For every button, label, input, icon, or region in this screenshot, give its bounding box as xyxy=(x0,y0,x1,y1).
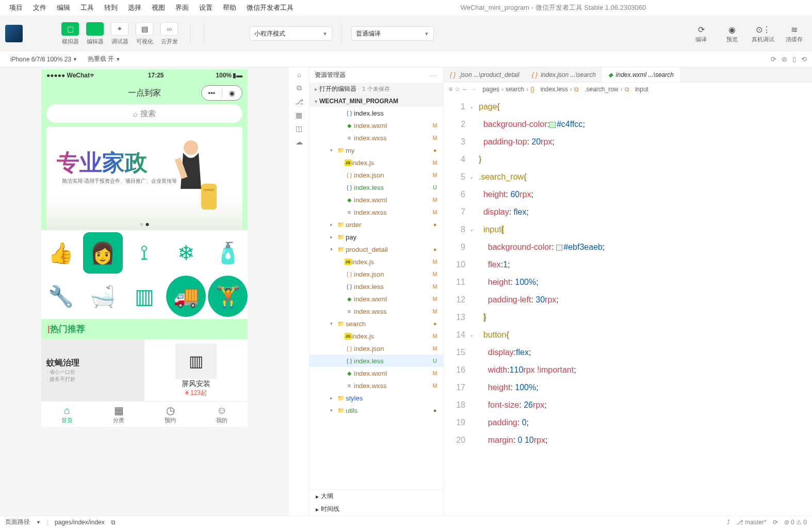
cat-ac[interactable]: ❄ xyxy=(166,232,206,274)
crumb[interactable]: index.less xyxy=(540,86,567,93)
refresh-icon[interactable]: ⟳ xyxy=(771,55,776,63)
tree-item[interactable]: ◆index.wxmlM xyxy=(310,367,443,379)
cat-nanny[interactable]: 👩 xyxy=(83,232,123,274)
grid-icon[interactable]: ▦ xyxy=(296,111,302,119)
layout-icon[interactable]: ◫ xyxy=(296,124,302,133)
tree-item[interactable]: ◆index.wxmlM xyxy=(310,119,443,132)
simulator-device[interactable]: ●●●●● WeChatᯤ 17:25 100% ▮▬ 一点到家 ••• ◉ ⌕… xyxy=(41,69,248,427)
bookmark-icon[interactable]: ☆ xyxy=(454,86,460,93)
code-line[interactable]: 1⌄page{ xyxy=(444,98,812,116)
tree-item[interactable]: ◆index.wxmlM xyxy=(310,194,443,206)
code-line[interactable]: 14⌄ button{ xyxy=(444,326,812,344)
code-line[interactable]: 10 flex:1; xyxy=(444,256,812,274)
branch-indicator[interactable]: ⎇ master* xyxy=(736,519,767,526)
phone-icon[interactable]: ▯ xyxy=(792,55,796,63)
menu-goto[interactable]: 转到 xyxy=(100,1,122,14)
code-line[interactable]: 18 font-size: 26rpx; xyxy=(444,396,812,414)
cloud-icon[interactable]: ☁ xyxy=(296,138,303,146)
crumb[interactable]: .search_row xyxy=(584,86,618,93)
cat-pipe[interactable]: 🔧 xyxy=(41,276,81,317)
code-line[interactable]: 19 padding: 0; xyxy=(444,414,812,431)
menu-ui[interactable]: 界面 xyxy=(171,1,193,14)
code-line[interactable]: 4} xyxy=(444,151,812,168)
problems-indicator[interactable]: ⊘ 0 ⚠ 0 xyxy=(784,519,807,526)
tree-item[interactable]: { }index.jsonM xyxy=(310,268,443,280)
cat-sanitize[interactable]: 🧴 xyxy=(208,232,248,274)
tree-item[interactable]: ≡index.wxssM xyxy=(310,305,443,317)
crumb[interactable]: input xyxy=(635,86,648,93)
tree-item[interactable]: { }index.jsonM xyxy=(310,169,443,181)
tree-item[interactable]: ▸📁order● xyxy=(310,218,443,231)
timeline-section[interactable]: ▸时间线 xyxy=(310,503,443,516)
action-清缓存[interactable]: ≋清缓存 xyxy=(781,24,807,43)
code-line[interactable]: 3 padding-top: 20rpx; xyxy=(444,133,812,151)
list-icon[interactable]: ≡ xyxy=(449,86,452,93)
code-line[interactable]: 8⌄ input{ xyxy=(444,221,812,238)
tree-item[interactable]: ≡index.wxssM xyxy=(310,379,443,392)
product-card[interactable]: 蚊蝇治理 · 省心一口价· 服务不打折 xyxy=(41,339,144,401)
cat-lamp[interactable]: ⟟ xyxy=(125,232,165,274)
action-预览[interactable]: ◉预览 xyxy=(719,24,745,43)
product-card[interactable]: ▥ 屏风安装 ¥ 123起 xyxy=(144,339,248,401)
menu-edit[interactable]: 编辑 xyxy=(53,1,74,14)
tree-item[interactable]: ▾📁my● xyxy=(310,144,443,156)
menu-view[interactable]: 视图 xyxy=(148,1,169,14)
breadcrumbs[interactable]: ≡ ☆ ← → pages› search› {} index.less› ⧉ … xyxy=(444,83,812,96)
outline-section[interactable]: ▸大纲 xyxy=(310,490,443,503)
tree-item[interactable]: JSindex.jsM xyxy=(310,255,443,268)
code-line[interactable]: 7 display: flex; xyxy=(444,203,812,221)
menu-file[interactable]: 文件 xyxy=(29,1,51,14)
code-line[interactable]: 2 background-color:#c4ffcc; xyxy=(444,116,812,133)
cat-bath[interactable]: 🛁 xyxy=(83,276,123,317)
fold-icon[interactable]: ⌄ xyxy=(469,168,474,186)
menu-devtools[interactable]: 微信开发者工具 xyxy=(242,1,298,14)
fold-icon[interactable]: ⌄ xyxy=(469,98,474,116)
code-line[interactable]: 15 display:flex; xyxy=(444,344,812,361)
action-编译[interactable]: ⟳编译 xyxy=(688,24,714,43)
open-editors-header[interactable]: ▸ 打开的编辑器 1 个未保存 xyxy=(310,83,443,95)
code-line[interactable]: 9 background-color: #ebf3eaeb; xyxy=(444,238,812,256)
upload-icon[interactable]: ⤴ xyxy=(727,519,730,526)
tree-item[interactable]: { }index.jsonM xyxy=(310,342,443,355)
code-line[interactable]: 11 height: 100%; xyxy=(444,274,812,291)
tree-item[interactable]: ▾📁utils● xyxy=(310,404,443,417)
editor-tab[interactable]: { }.json ...\product_detail xyxy=(444,67,526,82)
tool-编辑器[interactable]: 编辑器 xyxy=(84,22,106,45)
back-icon[interactable]: ← xyxy=(462,86,468,93)
tree-item[interactable]: ≡index.wxssM xyxy=(310,206,443,218)
cat-curtain[interactable]: ▥ xyxy=(125,276,165,317)
capsule[interactable]: ••• ◉ xyxy=(201,85,242,101)
tree-item[interactable]: ▸📁styles xyxy=(310,392,443,404)
tab-首页[interactable]: ⌂首页 xyxy=(41,402,93,427)
code-line[interactable]: 13 } xyxy=(444,309,812,326)
hot-reload-toggle[interactable]: 热重载 开 ▼ xyxy=(83,55,125,63)
code-line[interactable]: 20 margin: 0 10rpx; xyxy=(444,431,812,449)
menu-help[interactable]: 帮助 xyxy=(219,1,240,14)
mode-select[interactable]: 小程序模式 ▼ xyxy=(250,26,332,41)
tree-item[interactable]: ≡index.wxssM xyxy=(310,132,443,144)
copy-icon[interactable]: ⧉ xyxy=(297,84,302,92)
branch-icon[interactable]: ⎇ xyxy=(295,98,303,106)
tool-调试器[interactable]: ⌖调试器 xyxy=(108,22,131,45)
editor-tab[interactable]: { }index.json ...\search xyxy=(526,67,602,82)
fold-icon[interactable]: ⌄ xyxy=(469,221,474,238)
compile-select[interactable]: 普通编译 ▼ xyxy=(351,26,434,41)
code-line[interactable]: 6 height: 60rpx; xyxy=(444,186,812,203)
menu-select[interactable]: 选择 xyxy=(124,1,145,14)
code-line[interactable]: 16 width:110rpx !important; xyxy=(444,361,812,379)
tree-item[interactable]: { }index.less xyxy=(310,107,443,119)
menu-tools[interactable]: 工具 xyxy=(76,1,98,14)
rotate-icon[interactable]: ⟲ xyxy=(801,55,807,63)
sync-icon[interactable]: ⟳ xyxy=(773,519,778,526)
more-icon[interactable]: ··· xyxy=(430,72,438,79)
tab-分类[interactable]: ▦分类 xyxy=(93,402,144,427)
file-tree[interactable]: { }index.less◆index.wxmlM≡index.wxssM▾📁m… xyxy=(310,107,443,489)
tree-item[interactable]: JSindex.jsM xyxy=(310,330,443,342)
page-path[interactable]: pages/index/index xyxy=(55,519,105,526)
menu-settings[interactable]: 设置 xyxy=(195,1,217,14)
tab-预约[interactable]: ◷预约 xyxy=(144,402,196,427)
tree-item[interactable]: { }index.lessM xyxy=(310,280,443,293)
search-input[interactable]: ⌕ 搜索 xyxy=(46,104,242,123)
editor-tab[interactable]: ◆index.wxml ...\search xyxy=(602,67,680,82)
project-header[interactable]: ▾ WECHAT_MINI_PROGRAM xyxy=(310,95,443,107)
